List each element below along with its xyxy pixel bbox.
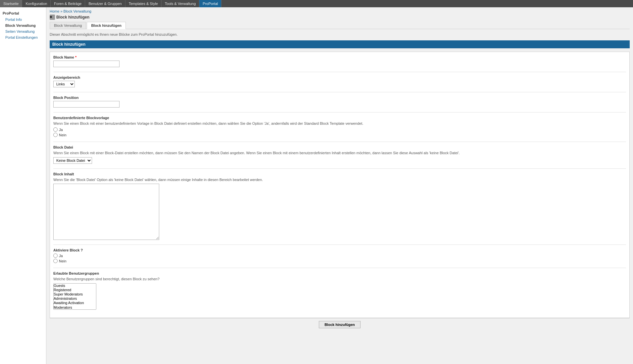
field-group-block-name: Block Name * [53,55,626,67]
radio-aktiviere-nein-label: Nein [59,259,67,263]
required-marker: * [75,55,76,59]
nav-proprotal[interactable]: ProPortal [199,0,221,7]
divider-5 [53,168,626,169]
main-content: Home » Block Verwaltung ■ Block hinzufüg… [46,7,633,364]
anzeigebereich-label: Anzeigebereich [53,75,626,79]
aktiviere-radio-group: Ja Nein [53,253,626,263]
erlaubte-listbox[interactable]: Guests Registered Super Moderators Admin… [53,283,96,310]
block-datei-select[interactable]: Keine Block Datei [53,157,92,164]
section-header: Block hinzufügen [50,40,630,48]
block-inhalt-desc: Wenn Sie die 'Block Datei' Option als 'k… [53,177,626,182]
sidebar-section-title: ProPortal [0,10,46,17]
benutzerdefinierte-label: Benutzerdefinierte Blockvorlage [53,116,626,120]
aktiviere-label: Aktiviere Block ? [53,248,626,252]
breadcrumb: Home » Block Verwaltung [50,9,630,13]
divider-2 [53,92,626,92]
field-group-anzeigebereich: Anzeigebereich Links Rechts Oben Unten [53,75,626,87]
field-group-block-datei: Block Datei Wenn Sie einen Block mit ein… [53,145,626,163]
nav-foren-beitraege[interactable]: Foren & Beiträge [51,0,85,7]
nav-konfiguration[interactable]: Konfiguration [22,0,51,7]
option-super-moderators[interactable]: Super Moderators [54,292,96,296]
sidebar-item-portal-info[interactable]: Portal Info [0,17,46,23]
radio-benutzerdefinierte-nein[interactable]: Nein [53,133,626,137]
erlaubte-label: Erlaubte Benutzergruppen [53,271,626,275]
sidebar-item-seiten-verwaltung[interactable]: Seiten Verwaltung [0,28,46,34]
sidebar-item-block-verwaltung[interactable]: Block Verwaltung [0,23,46,28]
option-guests[interactable]: Guests [54,284,96,288]
block-inhalt-textarea[interactable] [53,184,159,240]
sidebar: ProPortal Portal Info Block Verwaltung S… [0,7,46,364]
benutzerdefinierte-radio-group: Ja Nein [53,127,626,137]
divider-6 [53,245,626,245]
submit-button[interactable]: Block hinzufügen [319,321,361,328]
block-datei-label: Block Datei [53,145,626,149]
top-navigation: Startseite Konfiguration Foren & Beiträg… [0,0,633,7]
block-position-input[interactable] [53,101,120,108]
radio-aktiviere-ja-input[interactable] [53,253,58,258]
block-name-label: Block Name * [53,55,626,59]
breadcrumb-parent[interactable]: Block Verwaltung [64,9,91,13]
radio-benutzerdefinierte-ja[interactable]: Ja [53,127,626,132]
field-group-block-position: Block Position [53,96,626,108]
block-position-label: Block Position [53,96,626,100]
nav-startseite[interactable]: Startseite [0,0,22,7]
radio-ja-input[interactable] [53,127,58,132]
divider-1 [53,72,626,72]
option-moderators[interactable]: Moderators [54,305,96,310]
radio-aktiviere-ja-label: Ja [59,254,63,258]
nav-tools-verwaltung[interactable]: Tools & Verwaltung [162,0,200,7]
block-inhalt-label: Block Inhalt [53,172,626,176]
main-layout: ProPortal Portal Info Block Verwaltung S… [0,7,633,364]
nav-templates-style[interactable]: Templates & Style [125,0,162,7]
form-area: Block Name * Anzeigebereich Links Rechts… [50,52,630,318]
radio-nein-label: Nein [59,133,67,137]
option-registered[interactable]: Registered [54,288,96,292]
divider-7 [53,268,626,268]
info-text: Dieser Abschnitt ermöglicht es Ihnen neu… [50,31,630,38]
radio-aktiviere-nein-input[interactable] [53,259,58,263]
divider-3 [53,112,626,113]
tab-block-hinzufuegen[interactable]: Block hinzufügen [87,22,126,29]
radio-aktiviere-nein[interactable]: Nein [53,259,626,263]
tab-bar: Block Verwaltung Block hinzufügen [50,22,630,29]
nav-benutzer-gruppen[interactable]: Benutzer & Gruppen [85,0,125,7]
page-title: Block hinzufügen [56,15,89,20]
block-datei-desc: Wenn Sie einen Block mit einer Block-Dat… [53,151,626,156]
field-group-benutzerdefinierte: Benutzerdefinierte Blockvorlage Wenn Sie… [53,116,626,137]
field-group-erlaubte: Erlaubte Benutzergruppen Welche Benutzer… [53,271,626,309]
block-name-input[interactable] [53,61,120,67]
benutzerdefinierte-desc: Wenn Sie einen Block mit einer benutzerd… [53,121,626,126]
radio-aktiviere-ja[interactable]: Ja [53,253,626,258]
field-group-block-inhalt: Block Inhalt Wenn Sie die 'Block Datei' … [53,172,626,240]
sidebar-item-portal-einstellungen[interactable]: Portal Einstellungen [0,34,46,40]
radio-ja-label: Ja [59,128,63,132]
breadcrumb-sep1: » [60,9,62,13]
radio-nein-input[interactable] [53,133,58,137]
erlaubte-desc: Welche Benutzergruppen sind berechtigt, … [53,277,626,282]
bottom-submit-area: Block hinzufügen [50,318,630,331]
option-administrators[interactable]: Administrators [54,296,96,301]
divider-4 [53,142,626,142]
option-awaiting-activation[interactable]: Awaiting Activation [54,301,96,305]
breadcrumb-home[interactable]: Home [50,9,59,13]
anzeigebereich-select[interactable]: Links Rechts Oben Unten [53,81,75,87]
page-header-icon: ■ [50,15,55,20]
field-group-aktiviere: Aktiviere Block ? Ja Nein [53,248,626,263]
page-header-row: ■ Block hinzufügen [50,15,630,20]
tab-block-verwaltung[interactable]: Block Verwaltung [50,22,86,29]
